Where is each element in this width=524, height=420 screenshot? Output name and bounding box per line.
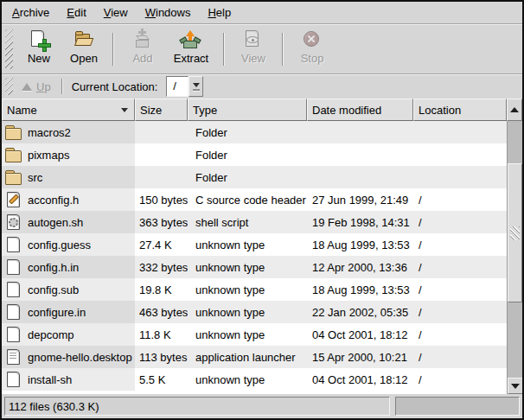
- chevron-down-icon: [193, 83, 200, 87]
- cell-name: configure.in: [2, 301, 135, 323]
- up-button-label: Up: [36, 80, 51, 93]
- stop-button: Stop: [290, 28, 335, 71]
- vertical-scrollbar[interactable]: [507, 121, 522, 394]
- sort-arrow-icon: [121, 108, 128, 112]
- table-row[interactable]: configure.in 463 bytes unknown type 22 J…: [2, 301, 507, 323]
- open-button[interactable]: Open: [61, 28, 106, 71]
- cell-name: macros2: [2, 121, 135, 143]
- cell-location: /: [413, 256, 507, 278]
- cell-type: application launcher: [188, 346, 307, 368]
- toolbar-separator: [223, 33, 225, 66]
- cell-type: unknown type: [188, 368, 307, 391]
- scroll-down-arrow-icon: [511, 384, 520, 389]
- column-header-location[interactable]: Location: [413, 99, 507, 121]
- cell-size: 150 bytes: [135, 188, 188, 211]
- folder-icon: [5, 124, 22, 140]
- cell-date-modified: 27 Jun 1999, 21:49: [307, 188, 413, 211]
- scroll-down-button[interactable]: [508, 378, 523, 394]
- table-row[interactable]: macros2 Folder: [2, 121, 507, 143]
- menu-windows[interactable]: Windows: [137, 3, 200, 22]
- file-list: macros2 Folder pixmaps Folder src Folder…: [2, 121, 522, 394]
- location-bar-separator: [61, 79, 63, 94]
- cell-name: src: [2, 166, 135, 188]
- cell-location: /: [413, 233, 507, 256]
- statusbar: 112 files (630.3 K): [2, 394, 522, 418]
- column-header-date-modified[interactable]: Date modified: [307, 99, 413, 121]
- archive-manager-window: Archive Edit View Windows Help New Open …: [0, 0, 524, 420]
- cell-type: Folder: [188, 143, 307, 166]
- file-name: configure.in: [28, 306, 86, 319]
- column-header-type[interactable]: Type: [188, 99, 307, 121]
- cell-name: install-sh: [2, 368, 135, 391]
- file-list-rows: macros2 Folder pixmaps Folder src Folder…: [2, 121, 507, 394]
- table-row[interactable]: config.sub 19.8 K unknown type 18 Aug 19…: [2, 278, 507, 301]
- location-combo: /: [166, 76, 203, 97]
- column-header-row: Name Size Type Date modified Location: [2, 99, 522, 121]
- extract-button-label: Extract: [174, 52, 208, 65]
- cell-name: pixmaps: [2, 143, 135, 166]
- cell-name: depcomp: [2, 323, 135, 346]
- table-row[interactable]: src Folder: [2, 166, 507, 188]
- cell-size: 27.4 K: [135, 233, 188, 256]
- cell-size: 11.8 K: [135, 323, 188, 346]
- add-button-label: Add: [132, 52, 152, 65]
- file-name: gnome-hello.desktop: [28, 351, 132, 364]
- cell-location: /: [413, 368, 507, 391]
- cell-date-modified: 04 Oct 2001, 18:12: [307, 323, 413, 346]
- cell-location: /: [413, 346, 507, 368]
- table-row[interactable]: pixmaps Folder: [2, 143, 507, 166]
- current-location-label: Current Location:: [72, 80, 158, 93]
- cell-name: config.guess: [2, 233, 135, 256]
- table-row[interactable]: config.guess 27.4 K unknown type 18 Aug …: [2, 233, 507, 256]
- toolbar-separator: [282, 33, 284, 66]
- file-name: config.sub: [28, 283, 79, 296]
- statusbar-text: 112 files (630.3 K): [9, 400, 99, 413]
- file-name: acconfig.h: [28, 194, 79, 207]
- column-header-size[interactable]: Size: [135, 99, 188, 121]
- scrollbar-grip-icon: [510, 226, 520, 240]
- menu-edit[interactable]: Edit: [58, 3, 94, 22]
- document-icon: [5, 237, 22, 252]
- table-row[interactable]: depcomp 11.8 K unknown type 04 Oct 2001,…: [2, 323, 507, 346]
- table-row[interactable]: acconfig.h 150 bytes C source code heade…: [2, 188, 507, 211]
- column-header-name-label: Name: [7, 104, 37, 117]
- cell-type: unknown type: [188, 301, 307, 323]
- menu-help[interactable]: Help: [199, 3, 240, 22]
- menu-view[interactable]: View: [95, 3, 137, 22]
- cell-type: unknown type: [188, 256, 307, 278]
- cell-size: 113 bytes: [135, 346, 188, 368]
- toolbar-drag-handle[interactable]: [5, 29, 13, 69]
- menu-archive[interactable]: Archive: [3, 3, 58, 22]
- column-header-name[interactable]: Name: [2, 99, 135, 121]
- toolbar: New Open Add Extract View Stop: [2, 24, 522, 74]
- view-button: View: [231, 28, 276, 71]
- table-row[interactable]: autogen.sh 363 bytes shell script 19 Feb…: [2, 211, 507, 233]
- new-button[interactable]: New: [16, 28, 61, 71]
- cell-location: [413, 166, 507, 188]
- scroll-up-button[interactable]: [507, 99, 522, 121]
- cell-type: unknown type: [188, 278, 307, 301]
- location-bar-drag-handle[interactable]: [5, 78, 13, 95]
- table-row[interactable]: install-sh 5.5 K unknown type 04 Oct 200…: [2, 368, 507, 391]
- scrollbar-thumb[interactable]: [508, 163, 522, 302]
- cell-name: gnome-hello.desktop: [2, 346, 135, 368]
- cell-location: [413, 143, 507, 166]
- extract-button[interactable]: Extract: [165, 28, 217, 71]
- new-archive-icon: [28, 29, 50, 51]
- combo-bar-icon: [193, 89, 200, 91]
- table-row[interactable]: gnome-hello.desktop 113 bytes applicatio…: [2, 346, 507, 368]
- file-name: src: [28, 171, 42, 184]
- cell-type: shell script: [188, 211, 307, 233]
- file-name: depcomp: [28, 328, 73, 341]
- location-combo-dropdown-button[interactable]: [189, 76, 203, 97]
- location-combo-value[interactable]: /: [166, 76, 189, 97]
- text-editor-icon: [5, 192, 22, 207]
- table-row[interactable]: config.h.in 332 bytes unknown type 12 Ap…: [2, 256, 507, 278]
- document-icon: [5, 304, 22, 320]
- cell-size: 363 bytes: [135, 211, 188, 233]
- stop-button-label: Stop: [301, 52, 324, 65]
- statusbar-progress-area: [395, 397, 520, 416]
- stop-icon: [301, 29, 323, 51]
- cell-type: C source code header: [188, 188, 307, 211]
- cell-type: unknown type: [188, 233, 307, 256]
